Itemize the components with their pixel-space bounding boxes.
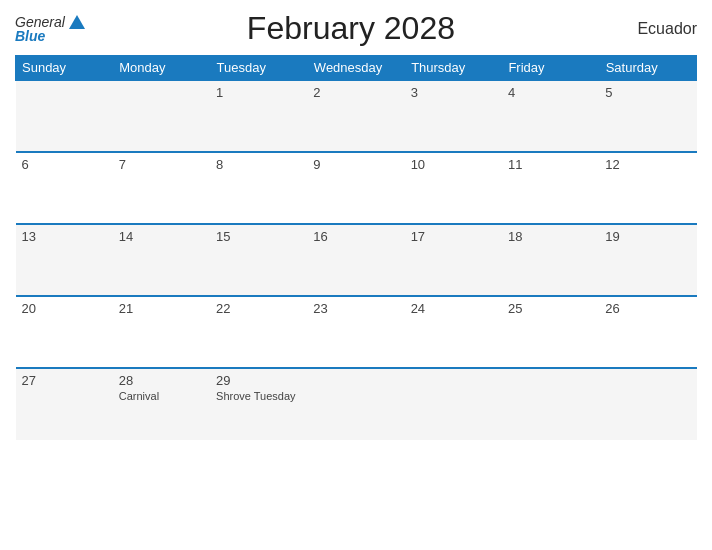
week-row-1: 12345 — [16, 80, 697, 152]
event-label: Shrove Tuesday — [216, 390, 301, 402]
cell-week1-day4: 3 — [405, 80, 502, 152]
event-label: Carnival — [119, 390, 204, 402]
cell-week1-day0 — [16, 80, 113, 152]
day-number: 18 — [508, 229, 593, 244]
week-row-5: 2728Carnival29Shrove Tuesday — [16, 368, 697, 440]
day-number: 17 — [411, 229, 496, 244]
cell-week1-day6: 5 — [599, 80, 696, 152]
cell-week4-day2: 22 — [210, 296, 307, 368]
day-number: 24 — [411, 301, 496, 316]
cell-week4-day6: 26 — [599, 296, 696, 368]
day-number: 20 — [22, 301, 107, 316]
day-number: 29 — [216, 373, 301, 388]
week-row-3: 13141516171819 — [16, 224, 697, 296]
cell-week2-day6: 12 — [599, 152, 696, 224]
cell-week5-day2: 29Shrove Tuesday — [210, 368, 307, 440]
logo-general-text: General — [15, 15, 65, 29]
calendar-header: General Blue February 2028 Ecuador — [15, 10, 697, 47]
cell-week3-day5: 18 — [502, 224, 599, 296]
day-number: 22 — [216, 301, 301, 316]
day-number: 21 — [119, 301, 204, 316]
calendar-title: February 2028 — [85, 10, 617, 47]
header-thursday: Thursday — [405, 56, 502, 81]
cell-week5-day4 — [405, 368, 502, 440]
day-number: 3 — [411, 85, 496, 100]
day-number: 15 — [216, 229, 301, 244]
cell-week1-day1 — [113, 80, 210, 152]
day-number: 11 — [508, 157, 593, 172]
cell-week1-day2: 1 — [210, 80, 307, 152]
cell-week5-day3 — [307, 368, 404, 440]
cell-week3-day1: 14 — [113, 224, 210, 296]
cell-week2-day3: 9 — [307, 152, 404, 224]
day-number: 6 — [22, 157, 107, 172]
cell-week2-day4: 10 — [405, 152, 502, 224]
day-number: 2 — [313, 85, 398, 100]
day-number: 4 — [508, 85, 593, 100]
country-label: Ecuador — [617, 20, 697, 38]
cell-week3-day4: 17 — [405, 224, 502, 296]
cell-week4-day0: 20 — [16, 296, 113, 368]
day-number: 9 — [313, 157, 398, 172]
day-number: 28 — [119, 373, 204, 388]
calendar-container: General Blue February 2028 Ecuador Sunda… — [0, 0, 712, 550]
cell-week4-day1: 21 — [113, 296, 210, 368]
day-number: 14 — [119, 229, 204, 244]
day-number: 16 — [313, 229, 398, 244]
day-number: 27 — [22, 373, 107, 388]
header-tuesday: Tuesday — [210, 56, 307, 81]
day-number: 5 — [605, 85, 690, 100]
day-number: 1 — [216, 85, 301, 100]
cell-week2-day1: 7 — [113, 152, 210, 224]
header-wednesday: Wednesday — [307, 56, 404, 81]
logo: General Blue — [15, 15, 85, 43]
cell-week5-day5 — [502, 368, 599, 440]
day-number: 12 — [605, 157, 690, 172]
cell-week3-day3: 16 — [307, 224, 404, 296]
header-sunday: Sunday — [16, 56, 113, 81]
cell-week1-day5: 4 — [502, 80, 599, 152]
header-saturday: Saturday — [599, 56, 696, 81]
header-friday: Friday — [502, 56, 599, 81]
day-number: 26 — [605, 301, 690, 316]
week-row-2: 6789101112 — [16, 152, 697, 224]
calendar-table: Sunday Monday Tuesday Wednesday Thursday… — [15, 55, 697, 440]
cell-week5-day1: 28Carnival — [113, 368, 210, 440]
cell-week2-day2: 8 — [210, 152, 307, 224]
logo-triangle-icon — [69, 15, 85, 29]
days-header-row: Sunday Monday Tuesday Wednesday Thursday… — [16, 56, 697, 81]
cell-week4-day3: 23 — [307, 296, 404, 368]
day-number: 13 — [22, 229, 107, 244]
cell-week2-day5: 11 — [502, 152, 599, 224]
cell-week1-day3: 2 — [307, 80, 404, 152]
day-number: 19 — [605, 229, 690, 244]
cell-week4-day4: 24 — [405, 296, 502, 368]
day-number: 8 — [216, 157, 301, 172]
cell-week3-day6: 19 — [599, 224, 696, 296]
cell-week5-day6 — [599, 368, 696, 440]
week-row-4: 20212223242526 — [16, 296, 697, 368]
cell-week2-day0: 6 — [16, 152, 113, 224]
day-number: 23 — [313, 301, 398, 316]
header-monday: Monday — [113, 56, 210, 81]
day-number: 7 — [119, 157, 204, 172]
cell-week4-day5: 25 — [502, 296, 599, 368]
logo-blue-text: Blue — [15, 29, 45, 43]
cell-week3-day2: 15 — [210, 224, 307, 296]
cell-week5-day0: 27 — [16, 368, 113, 440]
cell-week3-day0: 13 — [16, 224, 113, 296]
day-number: 25 — [508, 301, 593, 316]
day-number: 10 — [411, 157, 496, 172]
